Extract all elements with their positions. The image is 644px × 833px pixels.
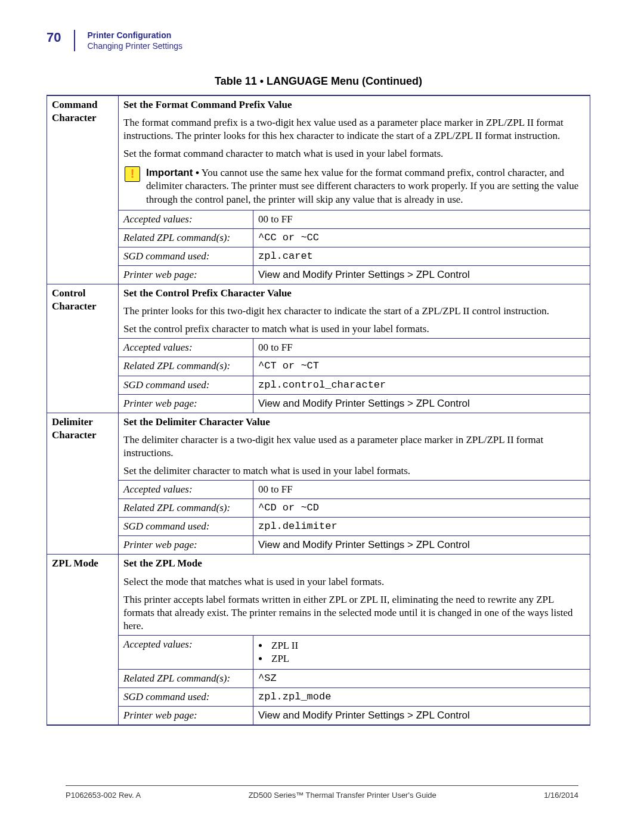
control-char-desc1: The printer looks for this two-digit hex… [119,302,590,320]
control-char-accepted: 00 to FF [253,339,590,357]
zpl-mode-desc2: This printer accepts label formats writt… [119,591,590,636]
param-accepted: Accepted values: [119,481,253,499]
param-zpl: Related ZPL command(s): [119,357,253,376]
zpl-mode-title: Set the ZPL Mode [123,558,202,569]
command-char-zpl: ^CC or ~CC [253,228,590,247]
command-char-title: Set the Format Command Prefix Value [123,99,292,110]
footer-right: 1/16/2014 [544,791,578,800]
param-webpage: Printer web page: [119,394,253,413]
delimiter-sgd: zpl.delimiter [253,518,590,536]
param-sgd: SGD command used: [119,688,253,707]
param-webpage: Printer web page: [119,265,253,284]
page-footer: P1062653-002 Rev. A ZD500 Series™ Therma… [66,785,578,800]
param-webpage: Printer web page: [119,707,253,726]
section-title: Printer Configuration [87,30,182,41]
command-char-sgd: zpl.caret [253,247,590,265]
table-caption: Table 11 • LANGUAGE Menu (Continued) [47,75,590,88]
delimiter-desc1: The delimiter character is a two-digit h… [119,431,590,462]
zpl-mode-zpl: ^SZ [253,670,590,688]
row-label-zpl-mode: ZPL Mode [47,555,119,725]
param-accepted: Accepted values: [119,210,253,228]
control-char-webpage: View and Modify Printer Settings > ZPL C… [253,394,590,413]
command-char-accepted: 00 to FF [253,210,590,228]
header-divider [74,30,75,51]
param-sgd: SGD command used: [119,518,253,536]
zpl-mode-desc1: Select the mode that matches what is use… [119,573,590,591]
command-char-desc2: Set the format command character to matc… [119,145,590,163]
param-webpage: Printer web page: [119,536,253,555]
param-zpl: Related ZPL command(s): [119,499,253,518]
delimiter-accepted: 00 to FF [253,481,590,499]
control-char-desc2: Set the control prefix character to matc… [119,320,590,339]
zpl-mode-webpage: View and Modify Printer Settings > ZPL C… [253,707,590,726]
zpl-mode-sgd: zpl.zpl_mode [253,688,590,707]
important-label: Important • [146,167,199,178]
control-char-title: Set the Control Prefix Character Value [123,287,292,299]
footer-center: ZD500 Series™ Thermal Transfer Printer U… [249,791,436,800]
delimiter-desc2: Set the delimiter character to match wha… [119,462,590,481]
row-label-command-character: Command Character [47,95,119,284]
param-sgd: SGD command used: [119,247,253,265]
row-label-delimiter: Delimiter Character [47,413,119,555]
param-zpl: Related ZPL command(s): [119,670,253,688]
list-item: ZPL II [269,639,585,652]
footer-left: P1062653-002 Rev. A [66,791,141,800]
important-icon: ! [125,166,140,182]
zpl-mode-accepted: ZPL II ZPL [253,635,590,669]
command-char-desc1: The format command prefix is a two-digit… [119,114,590,145]
param-zpl: Related ZPL command(s): [119,228,253,247]
important-note: ! Important • You cannot use the same he… [123,165,585,207]
command-char-webpage: View and Modify Printer Settings > ZPL C… [253,265,590,284]
running-header: 70 Printer Configuration Changing Printe… [47,30,590,51]
param-accepted: Accepted values: [119,635,253,669]
subsection-title: Changing Printer Settings [87,41,182,51]
control-char-zpl: ^CT or ~CT [253,357,590,376]
row-label-control-character: Control Character [47,284,119,413]
delimiter-webpage: View and Modify Printer Settings > ZPL C… [253,536,590,555]
page-number: 70 [47,30,67,45]
delimiter-title: Set the Delimiter Character Value [123,416,270,428]
important-text: You cannot use the same hex value for th… [146,167,578,205]
control-char-sgd: zpl.control_character [253,376,590,394]
language-menu-table: Command Character Set the Format Command… [47,95,590,726]
delimiter-zpl: ^CD or ~CD [253,499,590,518]
param-sgd: SGD command used: [119,376,253,394]
list-item: ZPL [269,652,585,665]
param-accepted: Accepted values: [119,339,253,357]
